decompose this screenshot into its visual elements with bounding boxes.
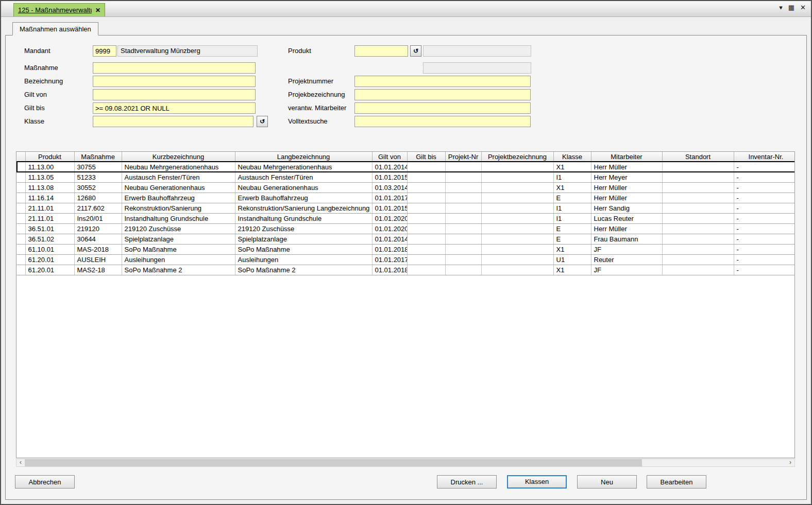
table-row[interactable]: 11.16.1412680Erwerb BauhoffahrzeugErwerb… (17, 193, 795, 203)
table-cell[interactable] (662, 172, 734, 182)
table-cell[interactable]: Ausleihungen (235, 254, 372, 265)
table-cell[interactable] (481, 254, 553, 265)
table-cell[interactable] (407, 223, 445, 234)
tab-massnahmen-auswaehlen[interactable]: Maßnahmen auswählen (12, 22, 98, 36)
table-row[interactable]: 36.51.0230644SpielplatzanlageSpielplatza… (17, 234, 795, 244)
table-cell[interactable]: Neubau Generationenhaus (122, 182, 235, 193)
horizontal-scrollbar[interactable]: ‹ › (16, 459, 795, 467)
table-cell[interactable] (445, 254, 481, 265)
table-cell[interactable] (481, 223, 553, 234)
table-cell[interactable]: Ausleihungen (122, 254, 235, 265)
table-cell[interactable]: 01.01.2018 (372, 265, 407, 275)
table-cell[interactable] (481, 213, 553, 223)
table-row[interactable]: 21.11.01Ins20/01Instandhaltung Grundschu… (17, 213, 795, 223)
table-cell[interactable]: 36.51.02 (25, 234, 74, 244)
produkt-lookup-button[interactable]: ↺ (410, 45, 421, 57)
table-cell[interactable] (662, 203, 734, 213)
table-cell[interactable]: 01.01.2014 (372, 162, 407, 172)
klassen-button[interactable]: Klassen (507, 475, 567, 489)
table-cell[interactable] (662, 213, 734, 223)
table-cell[interactable] (662, 265, 734, 275)
table-cell[interactable]: - (734, 234, 795, 244)
row-selector[interactable] (17, 234, 25, 244)
table-cell[interactable]: Herr Sandig (591, 203, 662, 213)
table-cell[interactable]: Austausch Fenster/Türen (122, 172, 235, 182)
table-cell[interactable]: 219120 Zuschüsse (235, 223, 372, 234)
table-cell[interactable] (481, 182, 553, 193)
column-header[interactable]: Produkt (25, 152, 74, 162)
table-cell[interactable] (407, 244, 445, 254)
table-cell[interactable]: JF (591, 244, 662, 254)
table-cell[interactable] (481, 203, 553, 213)
table-row[interactable]: 11.13.0551233Austausch Fenster/TürenAust… (17, 172, 795, 182)
column-header[interactable]: Klasse (553, 152, 591, 162)
table-cell[interactable]: - (734, 182, 795, 193)
column-header[interactable]: Projektbezeichnung (481, 152, 553, 162)
projektnummer-input[interactable] (354, 76, 531, 87)
table-cell[interactable]: SoPo Maßnahme (122, 244, 235, 254)
table-cell[interactable] (445, 193, 481, 203)
column-header[interactable] (17, 152, 25, 162)
column-header[interactable]: Gilt bis (407, 152, 445, 162)
window-tab-massnahmeverwaltung[interactable]: 125 - Maßnahmeverwaltu... ✕ (13, 3, 105, 16)
layout-grid-icon[interactable]: ▦ (788, 4, 794, 11)
table-cell[interactable] (481, 265, 553, 275)
table-cell[interactable]: - (734, 172, 795, 182)
column-header[interactable]: Standort (662, 152, 734, 162)
table-cell[interactable]: 11.13.08 (25, 182, 74, 193)
table-cell[interactable]: 36.51.01 (25, 223, 74, 234)
table-cell[interactable]: JF (591, 265, 662, 275)
table-cell[interactable]: Neubau Mehrgenerationenhaus (122, 162, 235, 172)
column-header[interactable]: Inventar-Nr. (734, 152, 795, 162)
table-cell[interactable] (407, 254, 445, 265)
table-cell[interactable]: 219120 Zuschüsse (122, 223, 235, 234)
table-cell[interactable] (407, 193, 445, 203)
table-cell[interactable]: Herr Meyer (591, 172, 662, 182)
klasse-lookup-button[interactable]: ↺ (257, 116, 268, 127)
row-selector[interactable] (17, 223, 25, 234)
table-cell[interactable] (407, 172, 445, 182)
klasse-input[interactable] (93, 116, 253, 127)
table-cell[interactable]: - (734, 244, 795, 254)
table-cell[interactable]: MAS2-18 (74, 265, 122, 275)
table-cell[interactable]: 61.10.01 (25, 244, 74, 254)
table-cell[interactable]: 01.01.2017 (372, 254, 407, 265)
column-header[interactable]: Kurzbezeichnung (122, 152, 235, 162)
table-row[interactable]: 11.13.0830552Neubau GenerationenhausNeub… (17, 182, 795, 193)
table-cell[interactable]: Rekonstruktion/Sanierung Langbezeichnung (235, 203, 372, 213)
table-cell[interactable]: 30755 (74, 162, 122, 172)
table-row[interactable]: 11.13.0030755Neubau Mehrgenerationenhaus… (17, 162, 795, 172)
volltextsuche-input[interactable] (354, 116, 531, 127)
table-cell[interactable] (662, 223, 734, 234)
table-cell[interactable] (445, 162, 481, 172)
table-cell[interactable] (481, 234, 553, 244)
table-cell[interactable]: 2117.602 (74, 203, 122, 213)
table-cell[interactable]: 11.13.00 (25, 162, 74, 172)
table-cell[interactable] (662, 193, 734, 203)
table-cell[interactable] (407, 265, 445, 275)
row-selector[interactable] (17, 213, 25, 223)
table-cell[interactable] (662, 234, 734, 244)
table-cell[interactable]: Frau Baumann (591, 234, 662, 244)
table-cell[interactable] (445, 244, 481, 254)
table-cell[interactable]: E (553, 223, 591, 234)
table-cell[interactable] (662, 254, 734, 265)
table-cell[interactable]: X1 (553, 162, 591, 172)
row-selector[interactable] (17, 193, 25, 203)
table-cell[interactable]: Austausch Fenster/Türen (235, 172, 372, 182)
table-cell[interactable]: Herr Müller (591, 182, 662, 193)
drucken-button[interactable]: Drucken ... (437, 475, 497, 489)
table-cell[interactable]: 51233 (74, 172, 122, 182)
table-cell[interactable]: Spielplatzanlage (235, 234, 372, 244)
table-cell[interactable]: - (734, 213, 795, 223)
table-cell[interactable]: SoPo Maßnahme (235, 244, 372, 254)
table-cell[interactable]: Herr Müller (591, 223, 662, 234)
close-icon[interactable]: ✕ (800, 4, 806, 11)
table-cell[interactable] (407, 213, 445, 223)
scrollbar-thumb[interactable] (25, 459, 642, 466)
table-cell[interactable]: 01.01.2014 (372, 234, 407, 244)
table-cell[interactable]: MAS-2018 (74, 244, 122, 254)
table-cell[interactable]: 11.13.05 (25, 172, 74, 182)
row-selector[interactable] (17, 244, 25, 254)
column-header[interactable]: Langbezeichnung (235, 152, 372, 162)
